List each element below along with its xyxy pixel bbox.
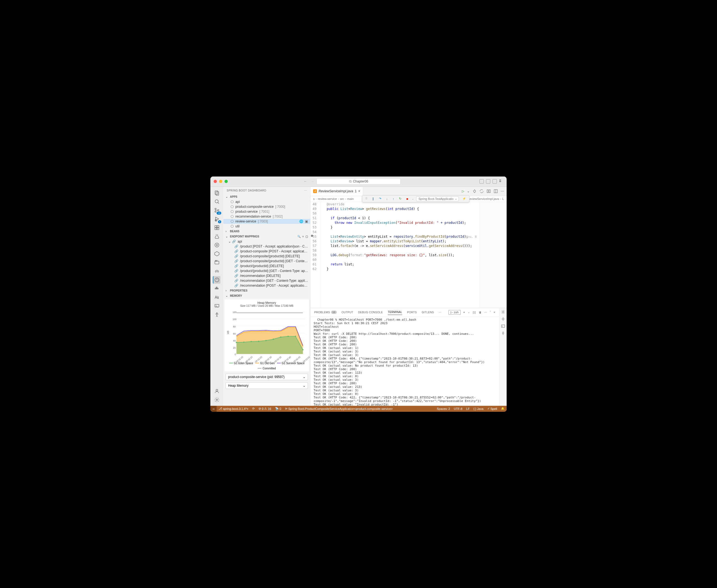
section-apps[interactable]: ⌄APPS bbox=[223, 194, 310, 200]
extensions-icon[interactable] bbox=[213, 224, 221, 231]
tab-debug-console[interactable]: DEBUG CONSOLE bbox=[358, 310, 383, 315]
run-debug-icon[interactable]: 4 bbox=[213, 215, 221, 223]
settings-gear-icon[interactable] bbox=[213, 396, 221, 404]
split-icon[interactable] bbox=[494, 189, 498, 193]
app-item[interactable]: product-service [:7001] bbox=[223, 209, 310, 214]
aws-icon[interactable] bbox=[213, 293, 221, 301]
debug-icon[interactable] bbox=[501, 317, 505, 321]
globe-icon[interactable]: 🌐 bbox=[299, 219, 303, 223]
spaces-indicator[interactable]: Spaces: 2 bbox=[435, 407, 452, 411]
endpoint-item[interactable]: 🔗 /product-composite/{productId} [DELETE… bbox=[223, 254, 310, 259]
tab-ports[interactable]: PORTS bbox=[407, 310, 417, 315]
maximize-panel-icon[interactable]: ˆ bbox=[490, 311, 491, 314]
code-editor[interactable]: 484950515253545556575859606162 @override… bbox=[310, 202, 507, 308]
panel-bottom-icon[interactable] bbox=[486, 179, 490, 184]
api-node[interactable]: ⌄ 🔗 api bbox=[223, 239, 310, 244]
app-item[interactable]: product-composite-service [:7000] bbox=[223, 204, 310, 209]
tab-output[interactable]: OUTPUT bbox=[342, 310, 353, 315]
breakpoint-indicator[interactable] bbox=[311, 235, 313, 237]
search-icon[interactable]: 🔍 bbox=[297, 235, 301, 238]
new-terminal-icon[interactable]: + bbox=[463, 311, 465, 314]
breadcrumb[interactable]: s› review-service› src› main JReviewServ… bbox=[310, 196, 507, 202]
more-icon[interactable]: ⋯ bbox=[439, 311, 441, 314]
more-icon[interactable]: ⋯ bbox=[501, 189, 504, 193]
spring-boot-dashboard-icon[interactable] bbox=[213, 276, 220, 284]
section-beans[interactable]: ›BEANS bbox=[223, 229, 310, 234]
section-endpoint-mappings[interactable]: ⌄ENDPOINT MAPPINGS 🔍 ≡ ▢ bbox=[223, 234, 310, 239]
shell-selector[interactable]: ▷ zsh bbox=[449, 310, 460, 315]
app-item[interactable]: recommendation-service [:7002] bbox=[223, 214, 310, 219]
minimap[interactable] bbox=[479, 202, 507, 308]
debug-icon[interactable] bbox=[501, 310, 505, 314]
endpoint-item[interactable]: 🔗 /product/{productId} [DELETE] bbox=[223, 264, 310, 269]
tab-gitlens[interactable]: GITLENS bbox=[421, 310, 434, 315]
debug-restart-icon[interactable] bbox=[472, 189, 477, 193]
endpoint-item[interactable]: 🔗 /product-composite/{productId} [GET - … bbox=[223, 259, 310, 264]
tab-terminal[interactable]: TERMINAL bbox=[388, 310, 402, 315]
command-center[interactable]: Chapter06 bbox=[317, 178, 400, 185]
encoding-indicator[interactable]: UTF-8 bbox=[452, 407, 464, 411]
process-select[interactable]: product-composite-service (pid: 99597)⌄ bbox=[225, 374, 308, 380]
stop-icon[interactable]: ▣ bbox=[305, 219, 308, 223]
app-item[interactable]: api bbox=[223, 200, 310, 204]
ports-indicator[interactable]: 📡 0 bbox=[273, 407, 283, 411]
endpoint-item[interactable]: 🔗 /recommendation [POST - Accept: applic… bbox=[223, 283, 310, 288]
hot-reload-icon[interactable]: ⚡ bbox=[461, 196, 468, 201]
source-control-icon[interactable]: 16 bbox=[213, 206, 221, 214]
run-icon[interactable]: ▷ bbox=[462, 189, 464, 193]
branch-indicator[interactable]: ⎇ spring-boot-3.1.4*+ bbox=[217, 407, 250, 411]
more-icon[interactable]: ⋯ bbox=[304, 189, 307, 192]
lens-icon[interactable] bbox=[213, 241, 221, 249]
panel-left-icon[interactable] bbox=[479, 179, 484, 184]
endpoint-item[interactable]: 🔗 /recommendation [DELETE] bbox=[223, 273, 310, 278]
app-item[interactable]: review-service [:7003]🌐▣ bbox=[223, 219, 310, 224]
debug-target[interactable]: ⊳ Spring Boot-ProductCompositeServiceApp… bbox=[283, 407, 395, 411]
language-indicator[interactable]: { } Java bbox=[472, 407, 485, 411]
editor-tab[interactable]: J ReviewServiceImpl.java 1 × bbox=[310, 187, 363, 196]
run-dropdown-icon[interactable]: ⌄ bbox=[467, 189, 470, 193]
remote-icon[interactable] bbox=[213, 302, 221, 310]
new-panel-icon[interactable]: ▢ bbox=[305, 235, 308, 238]
pause-icon[interactable]: ‖ bbox=[371, 196, 375, 201]
minimize-window[interactable] bbox=[219, 180, 222, 183]
account-icon[interactable] bbox=[213, 387, 221, 395]
debug-console-icon[interactable] bbox=[501, 324, 505, 328]
step-out-icon[interactable]: ↑ bbox=[391, 197, 396, 201]
stop-icon[interactable]: ■ bbox=[405, 197, 410, 201]
sync-icon[interactable]: ⟳ bbox=[250, 407, 257, 411]
section-properties[interactable]: ›PROPERTIES bbox=[223, 288, 310, 293]
nav-back-icon[interactable]: ← bbox=[304, 180, 307, 183]
close-window[interactable] bbox=[214, 180, 217, 183]
panel-right-icon[interactable] bbox=[493, 179, 497, 184]
remote-indicator[interactable]: ›‹ bbox=[210, 406, 217, 412]
step-into-icon[interactable]: ↓ bbox=[385, 197, 389, 201]
eol-indicator[interactable]: LF bbox=[464, 407, 472, 411]
notifications-icon[interactable]: 🔔 bbox=[499, 407, 507, 411]
problems-indicator[interactable]: ⊘ 0 ⚠ 16 bbox=[257, 407, 273, 411]
endpoint-item[interactable]: 🔗 /product [POST - Accept: application/j… bbox=[223, 244, 310, 249]
layout-customize-icon[interactable]: ⠿ bbox=[499, 179, 503, 184]
more-icon[interactable]: ⋯ bbox=[484, 311, 487, 314]
testing-icon[interactable] bbox=[213, 233, 221, 240]
split-terminal-icon[interactable]: ▯▯ bbox=[473, 311, 476, 314]
folders-icon[interactable] bbox=[213, 259, 221, 266]
trash-icon[interactable]: 🗑 bbox=[479, 311, 482, 314]
spell-indicator[interactable]: ✓ Spell bbox=[485, 407, 499, 411]
search-icon[interactable] bbox=[213, 198, 221, 205]
tab-close-icon[interactable]: × bbox=[358, 189, 360, 193]
debug-config-chip[interactable]: Spring Boot-TestApplicatio bbox=[416, 196, 459, 201]
drag-handle-icon[interactable]: ⠿ bbox=[364, 196, 369, 201]
memory-type-select[interactable]: Heap Memory⌄ bbox=[225, 382, 308, 389]
restart-icon[interactable]: ↻ bbox=[398, 196, 403, 201]
terminal-output[interactable]: Chapter06 % HOST=localhost PORT=7000 ./t… bbox=[310, 317, 499, 406]
compare-icon[interactable] bbox=[486, 189, 491, 193]
docker-icon[interactable] bbox=[213, 285, 221, 292]
close-panel-icon[interactable]: × bbox=[494, 311, 495, 314]
endpoint-item[interactable]: 🔗 /recommendation [GET - Content-Type: a… bbox=[223, 278, 310, 283]
app-item[interactable]: util bbox=[223, 224, 310, 229]
filter-icon[interactable]: ≡ bbox=[302, 235, 304, 238]
accessibility-icon[interactable] bbox=[213, 311, 221, 318]
endpoint-item[interactable]: 🔗 /product-composite [POST - Accept: app… bbox=[223, 249, 310, 254]
zoom-window[interactable] bbox=[224, 180, 228, 183]
refresh-icon[interactable] bbox=[479, 189, 484, 193]
